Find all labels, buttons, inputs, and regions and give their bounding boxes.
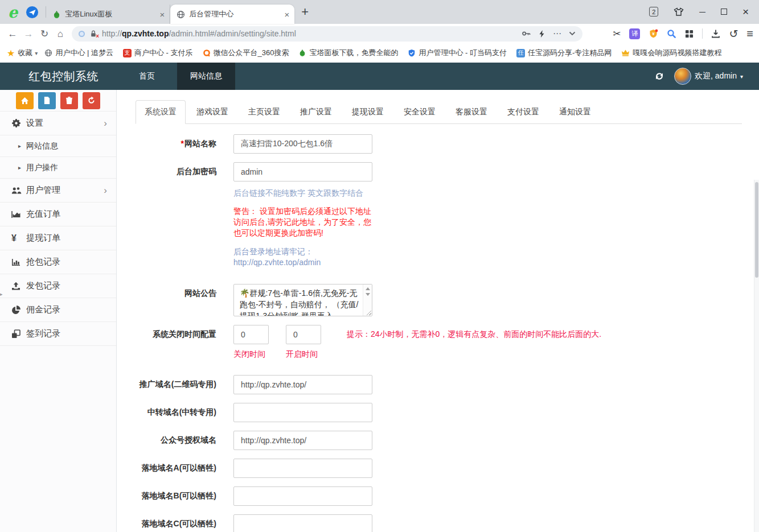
sidebar-item-recharge-orders[interactable]: 充值订单	[0, 203, 116, 226]
promo-domain-input[interactable]	[233, 375, 372, 394]
scissors-screenshot-icon[interactable]: ✂	[613, 29, 621, 39]
quick-file-button[interactable]	[38, 92, 56, 109]
bookmark-gaga-tutorial[interactable]: 嘎嘎会响源码视频搭建教程	[621, 48, 721, 58]
admin-login-note-title: 后台登录地址请牢记：	[233, 246, 377, 257]
scrollbar-thumb[interactable]	[755, 182, 758, 278]
announcement-text: 🌴群规:7包-单雷-1.6倍,无免死-无跑包-不封号，自动赔付， （充值/提现1…	[234, 284, 362, 316]
browser-tab-baota[interactable]: 宝塔Linux面板 ×	[46, 5, 170, 24]
site-name-input[interactable]	[233, 134, 372, 154]
favorites-star-icon[interactable]: ★	[7, 48, 15, 59]
maximize-button[interactable]	[721, 9, 727, 15]
sidebar-item-settings[interactable]: 设置 ›	[0, 112, 116, 135]
scroll-up-arrow[interactable]	[366, 287, 370, 290]
close-time-input[interactable]	[233, 325, 269, 344]
close-window-button[interactable]: ×	[742, 6, 749, 17]
admin-code-input[interactable]	[233, 162, 372, 182]
tab-promotion-settings[interactable]: 推广设置	[291, 100, 341, 124]
close-time-sublabel: 关闭时间	[233, 349, 269, 360]
main-content: 系统设置 游戏设置 主页设置 推广设置 提现设置 安全设置 客服设置 支付设置 …	[117, 90, 759, 532]
tab-notice-settings[interactable]: 通知设置	[550, 100, 600, 124]
pay-favicon: 支	[123, 49, 132, 57]
tab-count-badge[interactable]: 2	[649, 7, 658, 17]
sidebar-item-label: 设置	[26, 118, 43, 129]
bookmark-user-center[interactable]: 用户中心 | 追梦云	[44, 48, 113, 58]
bookmark-merchant-center[interactable]: 支 商户中心 - 支付乐	[123, 48, 193, 58]
globe-icon	[44, 49, 52, 57]
translate-icon[interactable]: 译	[629, 28, 640, 39]
bookmark-baota-download[interactable]: 宝塔面板下载，免费全能的	[298, 48, 398, 58]
reload-button[interactable]: ↻	[36, 29, 52, 39]
browser-tab-admin[interactable]: 后台管理中心 ×	[170, 5, 294, 24]
admin-login-url: http://qp.zvhte.top/admin	[233, 257, 377, 268]
favorites-label[interactable]: 收藏	[18, 48, 32, 58]
welcome-text: 欢迎, admin	[695, 71, 737, 81]
apps-grid-icon[interactable]	[685, 30, 694, 38]
sidebar-item-withdraw-orders[interactable]: ¥ 提现订单	[0, 226, 116, 250]
tab-payment-settings[interactable]: 支付设置	[498, 100, 548, 124]
user-menu[interactable]: 欢迎, admin ▾	[674, 68, 743, 85]
page-scrollbar[interactable]	[754, 180, 759, 532]
insecure-lock-icon[interactable]: ×	[90, 30, 97, 38]
sidebar-item-send-records[interactable]: 发包记录	[0, 274, 116, 298]
quick-recycle-button[interactable]	[83, 92, 100, 109]
more-actions-icon[interactable]: ⋯	[553, 28, 561, 39]
sidebar-subitem-site-info[interactable]: ▸ 网站信息	[0, 135, 116, 157]
chevron-down-icon[interactable]	[569, 31, 576, 36]
favorites-caret-icon[interactable]: ▾	[35, 50, 38, 56]
undo-history-icon[interactable]: ↺	[729, 28, 738, 39]
bookmark-wechat-platform[interactable]: 微信公众平台_360搜索	[203, 48, 289, 58]
forward-button[interactable]: →	[20, 29, 36, 39]
browser-menu-icon[interactable]: ≡	[746, 27, 753, 40]
sidebar-collapse-handle[interactable]: ▸	[0, 291, 3, 297]
tab-withdraw-settings[interactable]: 提现设置	[343, 100, 393, 124]
announcement-textarea[interactable]: 🌴群规:7包-单雷-1.6倍,无免死-无跑包-不封号，自动赔付， （充值/提现1…	[233, 284, 372, 316]
browser-chrome: e 宝塔Linux面板 × 后台管理中心 × + 2 ─	[0, 0, 759, 63]
search-icon[interactable]	[667, 29, 676, 39]
sidebar-item-grab-records[interactable]: 抢包记录	[0, 250, 116, 274]
lightning-icon[interactable]	[538, 30, 545, 38]
file-icon	[43, 96, 51, 105]
sidebar-item-label: 充值订单	[26, 209, 60, 220]
tab-service-settings[interactable]: 客服设置	[446, 100, 497, 124]
open-time-input[interactable]	[286, 325, 321, 344]
home-button[interactable]: ⌂	[52, 29, 68, 39]
bookmark-renbao-source[interactable]: 任 任宝源码分享-专注精品网	[516, 48, 612, 58]
refresh-icon[interactable]	[654, 72, 664, 81]
tab-security-settings[interactable]: 安全设置	[395, 100, 445, 124]
tab-game-settings[interactable]: 游戏设置	[187, 100, 237, 124]
site-info-icon[interactable]	[79, 31, 85, 37]
bookmark-user-management[interactable]: 用户管理中心 - 叮当码支付	[408, 48, 507, 58]
nav-item-home[interactable]: 首页	[117, 63, 177, 90]
promo-domain-label: 推广域名(二维码专用)	[136, 375, 233, 394]
landing-b-input[interactable]	[233, 486, 372, 506]
address-bar[interactable]: × http://qp.zvhte.top/admin.html#/admin/…	[72, 26, 582, 42]
wechat-domain-input[interactable]	[233, 431, 372, 450]
sidebar-subitem-user-ops[interactable]: ▸ 用户操作	[0, 157, 116, 179]
downloads-icon[interactable]	[711, 29, 720, 38]
lock-x-mark: ×	[96, 33, 99, 39]
password-key-icon[interactable]	[522, 29, 531, 38]
form-row-transfer-domain: 中转域名(中转专用)	[136, 403, 742, 422]
wallet-shield-icon[interactable]: ¥	[649, 29, 658, 39]
nav-item-site-info[interactable]: 网站信息	[177, 63, 235, 90]
tab-close-icon[interactable]: ×	[284, 10, 289, 19]
required-asterisk: *	[181, 139, 184, 148]
tab-system-settings[interactable]: 系统设置	[136, 100, 186, 124]
theme-skin-icon[interactable]	[674, 7, 684, 17]
quick-trash-button[interactable]	[60, 92, 78, 109]
tab-close-icon[interactable]: ×	[159, 10, 165, 19]
landing-a-input[interactable]	[233, 459, 372, 478]
quick-home-button[interactable]	[16, 92, 34, 109]
tab-homepage-settings[interactable]: 主页设置	[239, 100, 289, 124]
landing-c-input[interactable]	[233, 514, 372, 532]
back-button[interactable]: ←	[5, 29, 20, 39]
sidebar-item-commission-records[interactable]: 佣金记录	[0, 298, 116, 322]
minimize-button[interactable]: ─	[699, 7, 705, 16]
sidebar-item-user-management[interactable]: 用户管理 ›	[0, 179, 116, 203]
browser-account-button[interactable]	[26, 6, 39, 19]
transfer-domain-input[interactable]	[233, 403, 372, 422]
sidebar-item-label: 提现订单	[26, 233, 60, 244]
new-tab-button[interactable]: +	[301, 6, 309, 18]
scroll-down-arrow[interactable]	[366, 293, 370, 296]
sidebar-item-signin-records[interactable]: 签到记录	[0, 322, 116, 346]
